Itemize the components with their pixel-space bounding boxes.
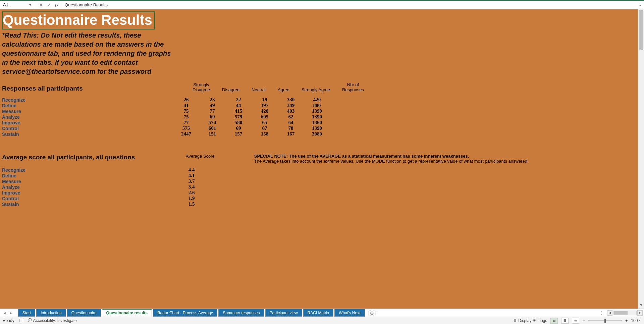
cell-value: 75	[173, 114, 199, 120]
table-row: Measure3.7	[2, 178, 210, 184]
expand-formula-bar-icon[interactable]: ⌄	[636, 1, 644, 9]
cell-value: 580	[225, 120, 252, 125]
hscroll-thumb[interactable]	[614, 311, 628, 315]
cell-value: 75	[173, 108, 199, 114]
zoom-slider[interactable]	[588, 320, 622, 321]
cell-value: 1390	[304, 108, 330, 114]
cell-value: 23	[199, 97, 225, 103]
cell-value: 1390	[304, 125, 330, 131]
table-row: Sustain24471511571581673080	[2, 131, 330, 137]
row-label: Control	[2, 196, 173, 201]
table-row: Define4.1	[2, 173, 210, 178]
sheet-tab[interactable]: Start	[18, 309, 35, 317]
sheet-tab[interactable]: Summary responses	[218, 309, 264, 317]
sheet-tab[interactable]: Participant view	[265, 309, 302, 317]
sheet-tab[interactable]: RACI Matrix	[303, 309, 334, 317]
normal-view-button[interactable]: ▦	[550, 318, 558, 324]
cell-value: 2.6	[173, 190, 210, 196]
avg-table: Recognize4.4Define4.1Measure3.7Analyze3.…	[2, 167, 636, 207]
accessibility-icon: ⓘ	[28, 318, 32, 323]
zoom-level[interactable]: 100%	[631, 318, 641, 323]
add-sheet-button[interactable]: ⊕	[368, 310, 376, 316]
responses-header-row: StronglyDisagree Disagree Neutral Agree …	[186, 82, 370, 92]
table-row: Control1.9	[2, 196, 210, 201]
col-header: Agree	[272, 82, 296, 92]
row-label: Define	[2, 103, 173, 108]
row-label: Recognize	[2, 167, 173, 173]
sheet-tab[interactable]: What's Next	[334, 309, 365, 317]
scroll-left-icon[interactable]: ◄	[607, 310, 612, 316]
tab-nav-prev-icon[interactable]: ►	[9, 311, 13, 315]
cell-value: 26	[173, 97, 199, 103]
avg-heading: Average score all participants, all ques…	[2, 154, 166, 161]
formula-input-value: Questionnaire Results	[65, 2, 108, 7]
zoom-in-button[interactable]: +	[625, 318, 628, 323]
zoom-out-button[interactable]: −	[583, 318, 585, 323]
display-settings-button[interactable]: 🖥 Display Settings	[513, 318, 547, 323]
status-bar: Ready ⓘ Accessibility: Investigate 🖥 Dis…	[0, 317, 644, 324]
fx-icon[interactable]: fx	[55, 2, 58, 8]
responses-header-table: StronglyDisagree Disagree Neutral Agree …	[186, 82, 370, 92]
avg-col-header: Average Score	[180, 154, 221, 159]
cell-value: 880	[304, 103, 330, 108]
tab-nav-first-icon[interactable]: ◄	[3, 311, 6, 315]
row-label: Measure	[2, 178, 173, 184]
table-row: Measure75774154204031390	[2, 108, 330, 114]
cell-value: 22	[225, 97, 252, 103]
sheet-tab[interactable]: Questionnaire	[67, 309, 101, 317]
cell-value: 1.9	[173, 196, 210, 201]
cell-value: 69	[199, 114, 225, 120]
table-row: Recognize4.4	[2, 167, 210, 173]
tabs-divider-icon: ⋮	[600, 311, 606, 315]
table-row: Improve7757458065641360	[2, 120, 330, 125]
scroll-right-icon[interactable]: ►	[637, 310, 643, 316]
sheet-tabs: StartIntroductionQuestionnaireQuestionna…	[18, 309, 366, 317]
sheet-tab[interactable]: Radar Chart - Process Average	[153, 309, 218, 317]
vertical-scrollbar[interactable]: ▲ ▼	[638, 9, 644, 309]
table-row: Define414944397349880	[2, 103, 330, 108]
table-row: Improve2.6	[2, 190, 210, 196]
hscroll-track[interactable]	[613, 311, 637, 315]
zoom-slider-thumb[interactable]	[604, 319, 606, 323]
cell-value: 77	[173, 120, 199, 125]
cell-value: 49	[199, 103, 225, 108]
cell-value: 4.1	[173, 173, 210, 178]
special-note: SPECIAL NOTE: The use of the AVERAGE as …	[254, 154, 529, 164]
main-area: Questionnaire Results *Read This: Do Not…	[0, 9, 644, 309]
page-break-view-button[interactable]: ▭	[572, 318, 579, 324]
cell-value: 601	[199, 125, 225, 131]
page-layout-view-button[interactable]: ☰	[561, 318, 569, 324]
table-row: Analyze3.4	[2, 184, 210, 190]
worksheet[interactable]: Questionnaire Results *Read This: Do Not…	[0, 9, 638, 309]
cell-value: 574	[199, 120, 225, 125]
accept-formula-icon[interactable]: ✓	[47, 2, 51, 8]
cell-value: 158	[252, 131, 278, 137]
cell-value: 67	[252, 125, 278, 131]
scrollbar-thumb[interactable]	[639, 10, 643, 50]
page-title[interactable]: Questionnaire Results	[2, 11, 155, 30]
cell-value: 2447	[173, 131, 199, 137]
cell-value: 420	[304, 97, 330, 103]
accessibility-status[interactable]: ⓘ Accessibility: Investigate	[28, 318, 77, 323]
macro-record-icon[interactable]	[19, 319, 23, 322]
row-label: Measure	[2, 108, 173, 114]
horizontal-scrollbar[interactable]: ◄ ►	[606, 310, 644, 316]
name-box[interactable]: A1 ▼	[1, 1, 34, 9]
cell-value: 3080	[304, 131, 330, 137]
responses-table: Recognize26232219330420Define41494439734…	[2, 97, 636, 137]
cell-value: 44	[225, 103, 252, 108]
cancel-formula-icon[interactable]: ✕	[39, 2, 43, 8]
cell-value: 69	[225, 125, 252, 131]
chevron-down-icon[interactable]: ▼	[29, 3, 32, 7]
name-box-value: A1	[3, 2, 8, 7]
cell-value: 330	[278, 97, 304, 103]
special-note-heading: SPECIAL NOTE: The use of the AVERAGE as …	[254, 154, 529, 159]
sheet-tab[interactable]: Introduction	[36, 309, 66, 317]
formula-input[interactable]: Questionnaire Results	[61, 1, 636, 9]
cell-value: 420	[252, 108, 278, 114]
cell-value: 1360	[304, 120, 330, 125]
cell-value: 3.4	[173, 184, 210, 190]
sheet-tab[interactable]: Questionnaire results	[102, 309, 152, 317]
row-label: Define	[2, 173, 173, 178]
scroll-down-icon[interactable]: ▼	[638, 303, 644, 309]
